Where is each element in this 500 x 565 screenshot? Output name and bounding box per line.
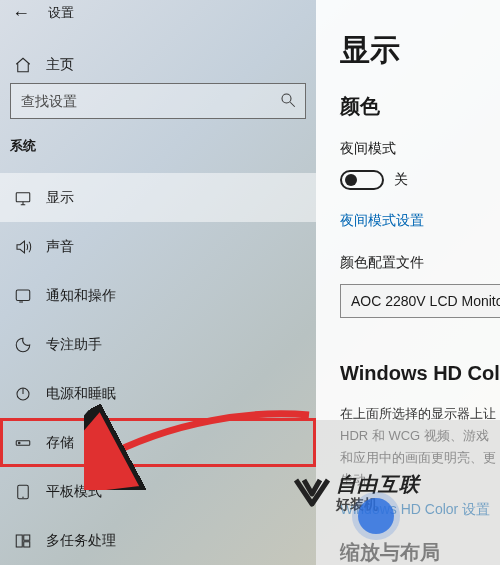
svg-rect-8 [24, 535, 30, 540]
svg-rect-1 [16, 192, 30, 201]
content-overlay [316, 420, 500, 565]
sidebar-nav: 显示 声音 通知和操作 专注助手 [0, 173, 316, 565]
sidebar-item-label: 平板模式 [46, 483, 102, 501]
back-button[interactable]: ← [12, 4, 30, 22]
search-box[interactable] [10, 83, 306, 119]
svg-rect-2 [16, 290, 30, 301]
search-icon [271, 91, 305, 112]
sidebar-item-storage[interactable]: 存储 [0, 418, 316, 467]
search-input[interactable] [11, 84, 271, 118]
sidebar-item-label: 专注助手 [46, 336, 102, 354]
svg-point-0 [282, 94, 291, 103]
sidebar-item-label: 电源和睡眠 [46, 385, 116, 403]
toggle-knob [345, 174, 357, 186]
color-profile-label: 颜色配置文件 [340, 254, 500, 272]
display-icon [14, 189, 32, 207]
sidebar-item-label: 多任务处理 [46, 532, 116, 550]
svg-rect-9 [24, 541, 30, 546]
color-profile-value: AOC 2280V LCD Monitor [351, 293, 500, 309]
app-title: 设置 [48, 4, 74, 22]
sidebar-item-display[interactable]: 显示 [0, 173, 316, 222]
color-profile-dropdown[interactable]: AOC 2280V LCD Monitor [340, 284, 500, 318]
sidebar-item-notifications[interactable]: 通知和操作 [0, 271, 316, 320]
night-mode-state: 关 [394, 171, 408, 189]
sidebar-item-label: 显示 [46, 189, 74, 207]
night-mode-settings-link[interactable]: 夜间模式设置 [340, 212, 500, 230]
hd-color-heading: Windows HD Color [340, 362, 500, 385]
storage-icon [14, 434, 32, 452]
night-mode-toggle[interactable] [340, 170, 384, 190]
power-icon [14, 385, 32, 403]
multitasking-icon [14, 532, 32, 550]
notifications-icon [14, 287, 32, 305]
sidebar-item-sound[interactable]: 声音 [0, 222, 316, 271]
watermark-badge-icon [358, 498, 394, 534]
color-heading: 颜色 [340, 93, 500, 120]
sidebar-item-label: 通知和操作 [46, 287, 116, 305]
home-icon [14, 56, 32, 74]
sidebar-item-focus-assist[interactable]: 专注助手 [0, 320, 316, 369]
sidebar-item-label: 存储 [46, 434, 74, 452]
page-title: 显示 [340, 30, 500, 71]
sidebar-section-system: 系统 [0, 137, 316, 155]
night-mode-label: 夜间模式 [340, 140, 500, 158]
sidebar-home[interactable]: 主页 [0, 50, 316, 79]
sidebar-item-power-sleep[interactable]: 电源和睡眠 [0, 369, 316, 418]
content-pane: 显示 颜色 夜间模式 关 夜间模式设置 颜色配置文件 AOC 2280V LCD… [316, 0, 500, 565]
sound-icon [14, 238, 32, 256]
sidebar-home-label: 主页 [46, 56, 74, 74]
sidebar-item-multitasking[interactable]: 多任务处理 [0, 516, 316, 565]
settings-sidebar: ← 设置 主页 系统 显示 [0, 0, 316, 565]
svg-rect-7 [16, 535, 22, 547]
focus-assist-icon [14, 336, 32, 354]
svg-point-5 [19, 442, 21, 444]
tablet-icon [14, 483, 32, 501]
sidebar-item-tablet-mode[interactable]: 平板模式 [0, 467, 316, 516]
sidebar-item-label: 声音 [46, 238, 74, 256]
